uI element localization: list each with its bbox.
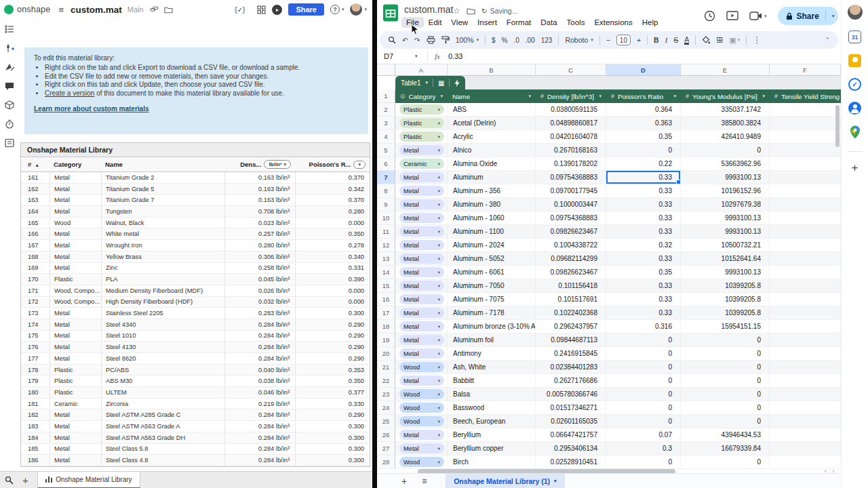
cell-poisson[interactable]: 0.33 bbox=[606, 293, 681, 306]
cell-density[interactable]: 0.02601165035 bbox=[536, 415, 606, 428]
pill-caret-icon[interactable]: ▾ bbox=[438, 446, 440, 451]
pill-caret-icon[interactable]: ▾ bbox=[438, 365, 440, 370]
cell-density[interactable]: 0.04201604078 bbox=[536, 130, 606, 144]
onshape-avatar[interactable] bbox=[350, 3, 362, 16]
cell-density[interactable]: 0.1390178202 bbox=[536, 157, 606, 171]
cell-category[interactable]: Metal▾ bbox=[395, 442, 448, 455]
cell-youngs-modulus[interactable]: 53663962.96 bbox=[681, 157, 770, 171]
cell-density[interactable]: 0.02384401283 bbox=[536, 361, 606, 374]
row-header-17[interactable]: 17 bbox=[377, 306, 395, 320]
name-box-caret-icon[interactable]: ▾ bbox=[415, 54, 427, 59]
cell-tensile[interactable] bbox=[770, 374, 841, 388]
cell-youngs-modulus[interactable]: 385800.3824 bbox=[681, 117, 770, 130]
font-select[interactable]: Roboto▾ bbox=[565, 36, 593, 44]
help-icon[interactable]: ? bbox=[330, 5, 340, 14]
borders-button[interactable]: ⊞ bbox=[716, 35, 723, 45]
cell-poisson[interactable]: 0.3 bbox=[606, 442, 681, 455]
cell-poisson[interactable]: 0.33 bbox=[606, 184, 681, 198]
cell-name[interactable]: Aluminum foil bbox=[448, 333, 536, 347]
table-row[interactable]: 180PlasticULTEM0.046 lb/in³0.377 bbox=[21, 387, 370, 399]
table-row[interactable]: 178PlasticPC/ABS0.040 lb/in³0.353 bbox=[21, 365, 370, 376]
cell-category[interactable]: Metal▾ bbox=[395, 293, 448, 306]
menu-extensions[interactable]: Extensions bbox=[589, 17, 637, 28]
table-column-young-s-modulus-psi-[interactable]: #Young's Modulus [Psi]▾ bbox=[681, 89, 770, 103]
cell-category[interactable]: Metal▾ bbox=[395, 252, 448, 266]
cell-youngs-modulus[interactable]: 0 bbox=[681, 401, 770, 415]
menu-data[interactable]: Data bbox=[536, 17, 561, 28]
category-pill[interactable]: Metal▾ bbox=[399, 267, 444, 277]
cell-name[interactable]: Aluminum - 6061 bbox=[448, 266, 536, 279]
contacts-icon[interactable] bbox=[848, 102, 861, 115]
row-header-14[interactable]: 14 bbox=[377, 266, 395, 279]
zoom-select[interactable]: 100%▾ bbox=[456, 36, 479, 44]
more-toolbar-button[interactable]: ⋮ bbox=[753, 35, 761, 45]
cell-density[interactable]: 0.09754368883 bbox=[536, 211, 606, 225]
cell-name[interactable]: Beech, European bbox=[448, 415, 536, 428]
cell-youngs-modulus[interactable]: 0 bbox=[681, 374, 770, 388]
table-row[interactable]: 171Wood, Compo...Medium Density Fiberboa… bbox=[21, 285, 370, 297]
cell-category[interactable]: Metal▾ bbox=[395, 374, 448, 388]
cell-density[interactable]: 0.03800591135 bbox=[536, 103, 606, 117]
density-unit-dropdown[interactable]: lb/in³▾ bbox=[264, 160, 291, 169]
font-size-input[interactable]: 10 bbox=[616, 35, 631, 45]
cell-category[interactable]: Metal▾ bbox=[395, 306, 448, 320]
pill-caret-icon[interactable]: ▾ bbox=[438, 161, 440, 167]
cell-poisson[interactable]: 0.363 bbox=[606, 117, 681, 130]
table-row[interactable]: 162MetalTitanium Grade 50.163 lb/in³0.34… bbox=[21, 184, 370, 195]
row-header-9[interactable]: 9 bbox=[377, 198, 395, 211]
pill-caret-icon[interactable]: ▾ bbox=[438, 419, 440, 424]
cell-tensile[interactable] bbox=[770, 428, 841, 442]
table-row[interactable]: 173MetalStainless Steel 22050.283 lb/in³… bbox=[21, 308, 370, 319]
row-header-25[interactable]: 25 bbox=[377, 415, 395, 428]
cell-poisson[interactable]: 0 bbox=[606, 455, 681, 469]
table-row[interactable]: 161MetalTitanium Grade 20.163 lb/in³0.37… bbox=[21, 172, 370, 184]
cell-poisson[interactable]: 0 bbox=[606, 347, 681, 361]
cell-category[interactable]: Wood▾ bbox=[395, 361, 448, 374]
cell-tensile[interactable] bbox=[770, 455, 841, 469]
table-row[interactable]: 182MetalSteel ASTM A285 Grade C0.284 lb/… bbox=[21, 409, 370, 421]
column-caret-icon[interactable]: ▾ bbox=[599, 94, 601, 99]
cell-poisson[interactable]: 0 bbox=[606, 401, 681, 415]
cell-category[interactable]: Wood▾ bbox=[395, 455, 448, 469]
category-pill[interactable]: Wood▾ bbox=[399, 403, 444, 413]
column-caret-icon[interactable]: ▾ bbox=[673, 94, 676, 99]
cell-poisson[interactable]: 0.33 bbox=[606, 306, 681, 320]
cell-poisson[interactable]: 0 bbox=[606, 361, 681, 374]
cell-density[interactable]: 0.09754368883 bbox=[536, 171, 606, 184]
row-header-15[interactable]: 15 bbox=[377, 279, 395, 293]
cell-tensile[interactable] bbox=[770, 117, 841, 130]
pill-caret-icon[interactable]: ▾ bbox=[438, 338, 440, 343]
cell-poisson[interactable]: 0.364 bbox=[606, 103, 681, 117]
row-header-13[interactable]: 13 bbox=[377, 252, 395, 266]
category-pill[interactable]: Metal▾ bbox=[399, 199, 444, 209]
row-header-21[interactable]: 21 bbox=[377, 361, 395, 374]
table-row[interactable]: 172Wood, Compo...High Density Fiberboard… bbox=[21, 297, 370, 308]
cell-category[interactable]: Plastic▾ bbox=[395, 117, 448, 130]
cell-density[interactable]: 0.005780366746 bbox=[536, 388, 606, 401]
cell-tensile[interactable] bbox=[770, 171, 841, 184]
table-row[interactable]: 164MetalTungsten0.708 lb/in³0.280 bbox=[21, 206, 370, 218]
table-row[interactable]: 167MetalWrought Iron0.280 lb/in³0.278 bbox=[21, 240, 370, 251]
cell-name[interactable]: Antimony bbox=[448, 347, 536, 361]
cell-category[interactable]: Metal▾ bbox=[395, 171, 448, 184]
sort-asc-icon[interactable]: ▲ bbox=[35, 163, 39, 167]
keep-icon[interactable] bbox=[848, 54, 861, 67]
cell-tensile[interactable] bbox=[770, 361, 841, 374]
cell-density[interactable]: 0.2953406134 bbox=[536, 442, 606, 455]
table-row[interactable]: 177MetalSteel 86200.284 lb/in³0.290 bbox=[21, 353, 370, 365]
cell-poisson[interactable]: 0 bbox=[606, 144, 681, 157]
table-options-icon[interactable]: ▦ bbox=[438, 79, 444, 87]
hamburger-menu-icon[interactable]: ≡ bbox=[58, 5, 64, 15]
material-library-tab[interactable]: Onshape Material Library bbox=[37, 472, 140, 488]
category-pill[interactable]: Metal▾ bbox=[399, 430, 444, 440]
active-sheet-tab[interactable]: Onshape Material Library (1) ▾ bbox=[446, 474, 564, 488]
cell-density[interactable]: 0.09826623467 bbox=[536, 266, 606, 279]
row-1-header[interactable]: 1 bbox=[377, 89, 395, 103]
sheets-share-button[interactable]: Share ▾ bbox=[778, 7, 839, 25]
table-row[interactable]: 170PlasticPLA0.045 lb/in³0.390 bbox=[21, 274, 370, 285]
cell-poisson[interactable]: 0.07 bbox=[606, 428, 681, 442]
category-pill[interactable]: Wood▾ bbox=[399, 416, 444, 426]
category-pill[interactable]: Plastic▾ bbox=[399, 104, 444, 115]
pill-caret-icon[interactable]: ▾ bbox=[438, 256, 440, 262]
row-header-19[interactable]: 19 bbox=[377, 333, 395, 347]
